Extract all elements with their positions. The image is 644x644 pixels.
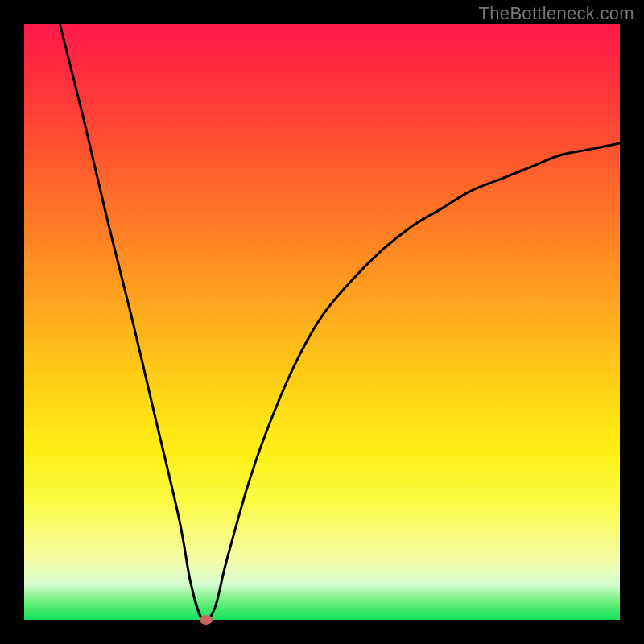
bottleneck-curve [24, 24, 620, 620]
watermark-text: TheBottleneck.com [479, 3, 634, 24]
minimum-dot [200, 615, 213, 625]
curve-path [60, 24, 620, 621]
plot-area [24, 24, 620, 620]
chart-frame: TheBottleneck.com [0, 0, 644, 644]
